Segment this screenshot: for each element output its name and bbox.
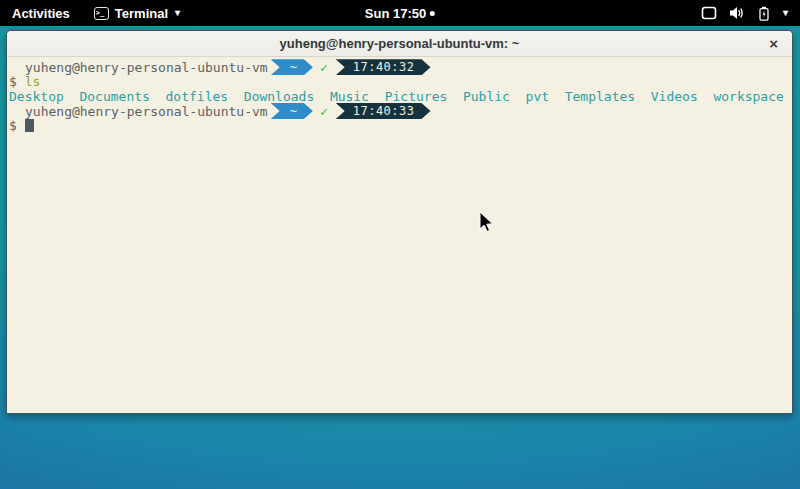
- volume-icon: [729, 6, 745, 20]
- input-line[interactable]: $: [9, 118, 790, 133]
- system-status-menu[interactable]: ▾: [689, 0, 800, 26]
- ls-output: Desktop Documents dotfiles Downloads Mus…: [9, 89, 790, 104]
- activities-button[interactable]: Activities: [0, 0, 82, 26]
- command-text: ls: [25, 74, 41, 89]
- prompt-user: yuheng@henry-personal-ubuntu-vm: [25, 60, 268, 75]
- notification-dot: [430, 11, 435, 16]
- prompt-time-segment: 17:40:32: [336, 59, 431, 75]
- prompt-path-segment: ~: [271, 103, 313, 119]
- chevron-down-icon: ▾: [175, 8, 180, 18]
- prompt-symbol: $: [9, 74, 17, 89]
- status-check-icon: ✓: [320, 104, 328, 119]
- chevron-down-icon: ▾: [783, 8, 788, 18]
- clock-label: Sun 17:50: [365, 6, 426, 21]
- command-line: $ ls: [9, 75, 790, 90]
- desktop: Activities >_ Terminal ▾ Sun 17:50: [0, 0, 800, 489]
- top-bar: Activities >_ Terminal ▾ Sun 17:50: [0, 0, 800, 26]
- prompt-user: yuheng@henry-personal-ubuntu-vm: [25, 104, 268, 119]
- terminal-icon: >_: [94, 7, 109, 20]
- battery-charging-icon: [757, 6, 771, 21]
- display-icon: [701, 6, 717, 20]
- prompt-symbol: $: [9, 118, 17, 133]
- prompt-line: yuheng@henry-personal-ubuntu-vm~✓17:40:3…: [9, 60, 790, 75]
- terminal-cursor: [25, 119, 34, 132]
- app-menu-terminal[interactable]: >_ Terminal ▾: [82, 0, 192, 26]
- terminal-window: yuheng@henry-personal-ubuntu-vm: ~ × yuh…: [6, 30, 793, 414]
- prompt-time-segment: 17:40:33: [336, 103, 431, 119]
- app-menu-label: Terminal: [115, 6, 168, 21]
- window-titlebar[interactable]: yuheng@henry-personal-ubuntu-vm: ~ ×: [7, 31, 792, 57]
- terminal-content[interactable]: yuheng@henry-personal-ubuntu-vm~✓17:40:3…: [7, 57, 792, 413]
- prompt-path-segment: ~: [271, 59, 313, 75]
- window-title: yuheng@henry-personal-ubuntu-vm: ~: [280, 36, 520, 51]
- prompt-line: yuheng@henry-personal-ubuntu-vm~✓17:40:3…: [9, 104, 790, 119]
- mouse-cursor: [478, 211, 498, 235]
- activities-label: Activities: [12, 6, 70, 21]
- clock-button[interactable]: Sun 17:50: [355, 0, 445, 26]
- close-button[interactable]: ×: [769, 31, 778, 56]
- status-check-icon: ✓: [320, 60, 328, 75]
